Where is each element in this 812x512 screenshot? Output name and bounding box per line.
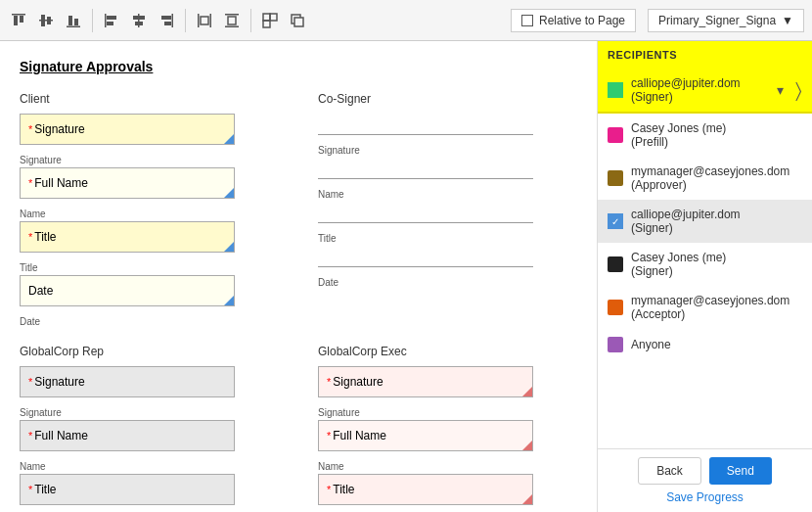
rep-fullname-field[interactable]: * Full Name [20,420,235,451]
recipient-item-calliope-signer[interactable]: ✓ calliope@jupiter.dom(Signer) [598,200,812,243]
client-fullname-field[interactable]: * Full Name [20,167,235,199]
svg-rect-7 [68,16,72,25]
cosigner-title-field[interactable] [318,202,533,223]
svg-rect-20 [201,17,208,24]
svg-rect-22 [225,25,239,27]
exec-title-placeholder: Title [333,483,354,496]
svg-rect-19 [210,14,212,27]
dropdown-chevron-icon: ▼ [782,14,793,27]
svg-rect-26 [263,21,270,27]
dropdown-arrow-icon: ▾ [777,82,784,98]
recipient-name: mymanager@caseyjones.dom(Acceptor) [631,294,802,321]
relative-to-page-label: Relative to Page [539,14,625,27]
asterisk-icon: * [28,177,32,189]
exec-title-field-group: Name * Title [318,461,577,505]
exec-fullname-field-group: Signature * Full Name [318,407,577,451]
globalcorp-exec-section: GlobalCorp Exec * Signature Signature * … [318,345,577,512]
corner-indicator [522,441,532,450]
relative-to-page-button[interactable]: Relative to Page [511,9,636,32]
recipient-color-swatch [608,127,623,143]
client-fullname-placeholder: Full Name [34,176,88,190]
client-signature-placeholder: Signature [34,122,84,136]
recipient-item-calliope-header[interactable]: calliope@jupiter.dom(Signer) ▾ 〉 [598,69,812,113]
svg-rect-24 [263,14,270,21]
client-section: Client * Signature Signature * Full Name [20,92,279,329]
exec-sig-field[interactable]: * Signature [318,366,533,397]
asterisk-icon: * [28,484,32,495]
cosigner-name-field[interactable] [318,158,533,179]
client-fullname-field-group: Signature * Full Name [20,155,279,199]
recipient-item-casey-prefill[interactable]: Casey Jones (me)(Prefill) [598,114,812,157]
recipient-color-swatch [608,300,623,315]
cosigner-title-field-group: Name [318,189,577,223]
exec-sig-field-group: * Signature [318,366,577,397]
align-center-v-icon[interactable] [128,10,150,31]
svg-rect-23 [228,17,236,24]
client-title-field[interactable]: * Title [20,221,235,253]
cursor-icon: 〉 [795,79,802,102]
align-bottom-icon[interactable] [63,10,84,31]
svg-rect-13 [133,16,145,20]
save-progress-link[interactable]: Save Progress [666,490,744,504]
page-title: Signature Approvals [20,59,577,74]
client-signature-field[interactable]: * Signature [20,114,235,145]
recipient-name: Casey Jones (me)(Prefill) [631,121,802,149]
globalcorp-rep-section: GlobalCorp Rep * Signature Signature * F… [20,345,279,512]
recipient-checkbox[interactable]: ✓ [608,213,623,229]
svg-rect-11 [107,22,113,25]
corner-indicator [522,494,532,504]
exec-fullname-placeholder: Full Name [333,429,386,442]
form-sections: Client * Signature Signature * Full Name [20,92,577,512]
rep-sig-field[interactable]: * Signature [20,366,235,397]
corner-indicator [224,134,234,144]
recipient-item-anyone[interactable]: Anyone [598,329,812,360]
rep-title-field-group: Name * Title [20,461,279,505]
rep-sig-placeholder: Signature [34,375,84,389]
client-fullname-label: Signature [20,155,279,165]
corner-indicator [224,296,234,305]
client-date-placeholder: Date [28,284,53,298]
distribute-h-icon[interactable] [194,10,215,31]
recipient-item-mymanager-acceptor[interactable]: mymanager@caseyjones.dom(Acceptor) [598,286,812,329]
cosigner-date-label: Date [318,277,577,288]
rep-title-field[interactable]: * Title [20,474,235,505]
cosigner-sig-field[interactable] [318,114,533,135]
recipient-color-swatch [608,337,623,352]
sidebar: RECIPIENTS calliope@jupiter.dom(Signer) … [597,41,812,512]
distribute-v-icon[interactable] [221,10,243,31]
bottom-buttons: Back Send [608,457,802,485]
exec-title-field[interactable]: * Title [318,474,533,505]
align-right-icon[interactable] [156,10,177,31]
client-date-footer-label: Date [20,316,279,327]
globalcorp-exec-label: GlobalCorp Exec [318,345,577,358]
toolbar-divider-3 [250,9,251,32]
client-date-field[interactable]: Date [20,275,235,306]
align-left-icon[interactable] [101,10,122,31]
recipient-item-mymanager-approver[interactable]: mymanager@caseyjones.dom(Approver) [598,157,812,200]
align-top-icon[interactable] [8,10,29,31]
exec-fullname-field[interactable]: * Full Name [318,420,533,451]
svg-rect-17 [164,22,171,25]
globalcorp-rep-label: GlobalCorp Rep [20,345,279,358]
primary-signer-dropdown[interactable]: Primary_Signer_Signa ▼ [648,9,804,32]
svg-rect-28 [294,18,303,26]
send-button[interactable]: Send [709,457,772,485]
recipient-item-casey-signer[interactable]: Casey Jones (me)(Signer) [598,243,812,286]
toolbar: Relative to Page Primary_Signer_Signa ▼ [0,0,812,41]
asterisk-icon: * [327,376,331,388]
arrange-icon[interactable] [287,10,308,31]
exec-sig-placeholder: Signature [333,375,383,389]
svg-rect-2 [20,16,23,23]
resize-icon[interactable] [259,10,281,31]
svg-rect-9 [105,14,107,27]
cosigner-sig-field-group [318,114,577,135]
svg-rect-10 [107,16,116,20]
svg-rect-6 [67,25,80,27]
cosigner-date-field[interactable] [318,246,533,267]
align-center-h-icon[interactable] [35,10,57,31]
asterisk-icon: * [327,430,331,442]
back-button[interactable]: Back [638,457,701,485]
client-date-field-group: Title Date [20,262,279,306]
cosigner-section: Co-Signer Signature Name Title Date [318,92,577,329]
recipients-header-section: RECIPIENTS calliope@jupiter.dom(Signer) … [598,41,812,114]
